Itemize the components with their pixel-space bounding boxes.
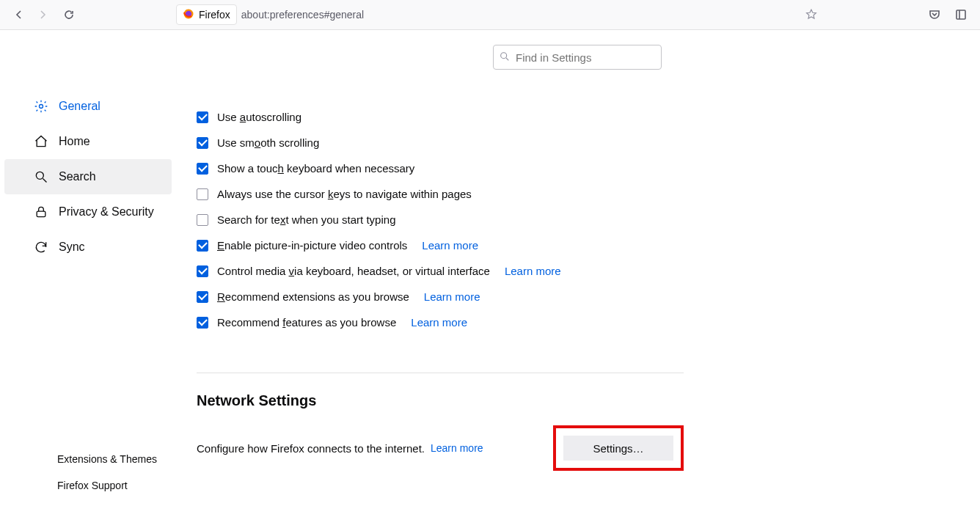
learn-more-link[interactable]: Learn more	[411, 316, 467, 329]
checkbox-label: Show a touch keyboard when necessary	[217, 162, 414, 175]
sidebar-item-sync[interactable]: Sync	[0, 230, 176, 265]
browsing-option-4: Search for text when you start typing	[197, 213, 980, 226]
browsing-option-2: Show a touch keyboard when necessary	[197, 162, 980, 175]
checkbox[interactable]	[197, 214, 208, 226]
browsing-option-8: Recommend features as you browseLearn mo…	[197, 316, 980, 329]
forward-button[interactable]	[31, 3, 54, 26]
sidebar-item-privacy[interactable]: Privacy & Security	[0, 194, 176, 230]
svg-rect-7	[37, 211, 45, 217]
checkbox[interactable]	[197, 291, 208, 303]
highlight-annotation: Settings…	[553, 425, 684, 471]
puzzle-icon	[35, 453, 47, 465]
network-learn-more-link[interactable]: Learn more	[431, 442, 483, 454]
browsing-option-7: Recommend extensions as you browseLearn …	[197, 290, 980, 303]
sidebar-item-label: Sync	[59, 241, 85, 254]
find-in-settings-input[interactable]	[493, 45, 662, 70]
preferences-sidebar: General Home Search Privacy & Security S…	[0, 30, 176, 528]
checkbox[interactable]	[197, 265, 208, 277]
checkbox[interactable]	[197, 163, 208, 175]
browsing-option-6: Control media via keyboard, headset, or …	[197, 265, 980, 277]
checkbox[interactable]	[197, 188, 208, 200]
sidebar-item-label: General	[59, 100, 100, 113]
browsing-option-3: Always use the cursor keys to navigate w…	[197, 188, 980, 200]
address-bar-url[interactable]: about:preferences#general	[241, 9, 364, 21]
sidebar-item-label: Privacy & Security	[59, 205, 154, 219]
browser-toolbar: Firefox about:preferences#general	[0, 0, 980, 30]
sidebar-item-general[interactable]: General	[0, 89, 176, 124]
svg-point-5	[36, 172, 43, 179]
learn-more-link[interactable]: Learn more	[505, 265, 561, 277]
find-in-settings	[493, 45, 662, 70]
sidebar-extensions-themes[interactable]: Extensions & Themes	[0, 446, 176, 472]
sidebar-toggle-icon[interactable]	[949, 3, 973, 26]
pocket-icon[interactable]	[923, 3, 946, 26]
checkbox-label: Always use the cursor keys to navigate w…	[217, 188, 472, 200]
firefox-logo-icon	[183, 8, 194, 22]
section-divider	[197, 373, 684, 373]
search-icon	[499, 51, 511, 65]
network-description: Configure how Firefox connects to the in…	[197, 442, 425, 455]
svg-line-6	[43, 179, 47, 183]
footer-label: Extensions & Themes	[57, 453, 157, 465]
learn-more-link[interactable]: Learn more	[424, 290, 480, 303]
checkbox-label: Control media via keyboard, headset, or …	[217, 265, 490, 277]
back-button[interactable]	[7, 3, 31, 26]
help-icon	[35, 480, 47, 491]
checkbox[interactable]	[197, 137, 208, 149]
footer-label: Firefox Support	[57, 480, 128, 491]
browsing-option-5: Enable picture-in-picture video controls…	[197, 239, 980, 252]
bookmark-star-icon[interactable]	[800, 3, 823, 26]
identity-box[interactable]: Firefox	[176, 4, 237, 25]
reload-button[interactable]	[57, 3, 81, 26]
checkbox-label: Recommend extensions as you browse	[217, 290, 409, 303]
checkbox-label: Use autoscrolling	[217, 111, 301, 123]
sidebar-item-label: Home	[59, 135, 90, 148]
gear-icon	[34, 99, 48, 114]
sync-icon	[34, 240, 48, 254]
svg-point-9	[501, 53, 507, 59]
svg-point-8	[37, 481, 45, 490]
checkbox-label: Use smooth scrolling	[217, 136, 319, 149]
search-icon	[34, 169, 48, 184]
preferences-content: Browsing Use autoscrollingUse smooth scr…	[176, 30, 980, 528]
learn-more-link[interactable]: Learn more	[422, 239, 478, 252]
svg-line-10	[506, 58, 508, 60]
identity-label: Firefox	[199, 9, 230, 21]
home-icon	[34, 134, 48, 149]
svg-rect-2	[957, 10, 965, 19]
section-title-browsing: Browsing	[197, 87, 980, 95]
sidebar-item-home[interactable]: Home	[0, 124, 176, 159]
checkbox[interactable]	[197, 240, 208, 252]
sidebar-firefox-support[interactable]: Firefox Support	[0, 472, 176, 499]
lock-icon	[34, 205, 48, 219]
svg-point-4	[40, 105, 43, 109]
sidebar-item-label: Search	[59, 170, 96, 183]
browsing-option-1: Use smooth scrolling	[197, 136, 980, 149]
browsing-option-0: Use autoscrolling	[197, 111, 980, 123]
network-settings-button[interactable]: Settings…	[563, 436, 673, 461]
checkbox-label: Enable picture-in-picture video controls	[217, 239, 407, 252]
sidebar-item-search[interactable]: Search	[4, 159, 172, 194]
checkbox-label: Recommend features as you browse	[217, 316, 396, 329]
checkbox[interactable]	[197, 111, 208, 123]
checkbox-label: Search for text when you start typing	[217, 213, 395, 226]
section-title-network: Network Settings	[197, 392, 980, 409]
checkbox[interactable]	[197, 317, 208, 329]
